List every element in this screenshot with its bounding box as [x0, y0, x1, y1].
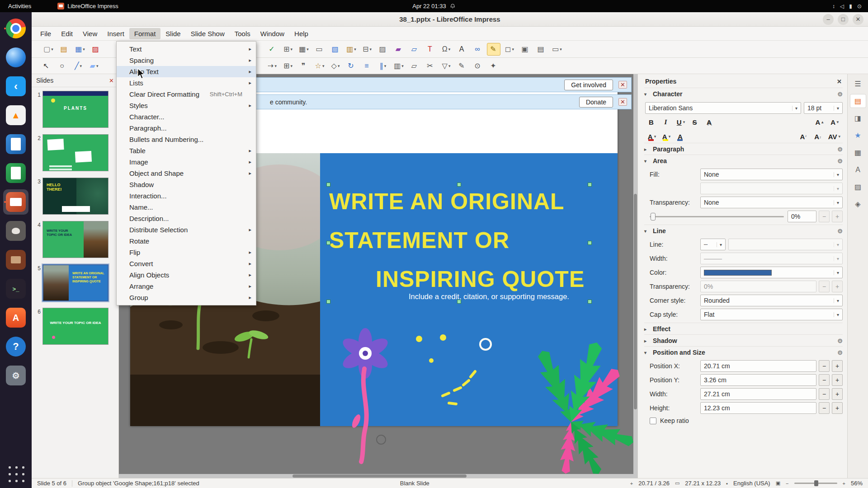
line-color-icon[interactable]: ╱▾ [71, 60, 85, 72]
section-paragraph[interactable]: ▸ Paragraph ⚙ [644, 143, 843, 155]
menu-window[interactable]: Window [255, 28, 289, 39]
selection-handle[interactable] [588, 183, 592, 187]
line-transparency-input[interactable]: 0% [700, 281, 816, 292]
decrease-button[interactable]: − [819, 281, 830, 292]
vertical-scrollbar-thumb[interactable] [634, 194, 637, 409]
menu-slide[interactable]: Slide [160, 28, 185, 39]
line-color-picker[interactable]: ▾ [700, 267, 843, 278]
underline-icon[interactable]: U▾ [674, 116, 688, 128]
snap-guides-icon[interactable]: ▭ [313, 43, 326, 56]
format-menu-item-rotate[interactable]: Rotate [117, 235, 256, 247]
basic-shapes-icon[interactable]: ◻▾ [503, 43, 516, 56]
vscode-icon[interactable]: ‹ [3, 74, 28, 99]
infobar-close-icon[interactable]: ✕ [618, 81, 627, 89]
keep-ratio-checkbox[interactable] [650, 418, 656, 424]
titlebar[interactable]: 38_1.pptx - LibreOffice Impress –□✕ [32, 12, 868, 27]
vertical-scrollbar[interactable] [633, 74, 637, 478]
increase-button[interactable]: + [832, 374, 843, 386]
format-menu-item-paragraph[interactable]: Paragraph... [117, 122, 256, 134]
transparency-slider[interactable] [650, 211, 784, 222]
volume-icon[interactable]: ◁ [840, 3, 844, 9]
format-menu-item-lists[interactable]: Lists ▸ [117, 77, 256, 89]
align-objects-icon[interactable]: ≡ [360, 60, 374, 72]
close-button[interactable]: ✕ [853, 14, 863, 25]
horizontal-scrollbar[interactable] [119, 474, 633, 478]
insert-media-icon[interactable]: ▰ [392, 43, 406, 56]
width-input[interactable]: 27.21 cm [700, 388, 816, 400]
format-menu-item-clear-direct-formatting[interactable]: Clear Direct Formatting Shift+Ctrl+M [117, 89, 256, 100]
menu-view[interactable]: View [78, 28, 102, 39]
shadow-toggle-icon[interactable]: ▱ [408, 60, 421, 72]
slide-thumbnail-item[interactable]: 6 WRITE YOUR TOPIC OR IDEA [33, 308, 117, 345]
font-color-icon[interactable]: A▾ [645, 130, 659, 143]
gallery-tab-icon[interactable]: ▨ [850, 180, 866, 194]
format-menu-item-spacing[interactable]: Spacing ▸ [117, 55, 256, 66]
select-icon[interactable]: ↖ [40, 60, 53, 72]
selection-handle[interactable] [588, 241, 592, 245]
selection-handle[interactable] [457, 183, 461, 187]
maximize-button[interactable]: □ [838, 14, 849, 25]
transparency-percent-input[interactable]: 0% [788, 211, 816, 222]
format-menu-item-image[interactable]: Image ▸ [117, 156, 256, 168]
slide-thumbnail-item[interactable]: 5 WRITE AN ORIGINAL STATEMENT OR INSPIRI… [33, 264, 117, 301]
section-effect[interactable]: ▸ Effect [644, 323, 843, 334]
section-character[interactable]: ▾ Character ⚙ [644, 88, 843, 99]
export-pdf-icon[interactable]: ▨ [89, 43, 103, 56]
section-position-and-size[interactable]: ▾ Position and Size ⚙ [644, 346, 843, 358]
fill-attribute-select[interactable]: ▾ [700, 183, 843, 194]
fit-slide-icon[interactable]: ▣ [776, 480, 780, 486]
get-involved-button[interactable]: Get involved [564, 80, 613, 90]
increase-button[interactable]: + [832, 360, 843, 372]
zoom-slider[interactable] [794, 483, 837, 484]
optimize-icon[interactable]: ▥▾ [392, 60, 406, 72]
slide-thumbnail-item[interactable]: 4 WRITE YOUR TOPIC OR IDEA [33, 221, 117, 258]
callout-shapes-icon[interactable]: ▭▾ [550, 43, 564, 56]
star-shapes-icon[interactable]: ☆▾ [313, 60, 326, 72]
text-shadow-icon[interactable]: A [703, 116, 717, 128]
position-y-input[interactable]: 3.26 cm [700, 374, 816, 386]
sidebar-menu-icon[interactable]: ☰ [850, 77, 866, 91]
edit-points-icon[interactable]: ✎ [455, 60, 469, 72]
donate-button[interactable]: Donate [579, 97, 613, 108]
format-menu-item-name[interactable]: Name... [117, 202, 256, 213]
selection-handle[interactable] [457, 300, 461, 304]
corner-style-select[interactable]: Rounded ▾ [700, 295, 843, 306]
battery-icon[interactable]: ▮ [849, 3, 852, 9]
insert-chart-icon[interactable]: ▥▾ [344, 43, 358, 56]
fill-color-icon[interactable]: ▰▾ [87, 60, 101, 72]
clock[interactable]: Apr 22 01:33 [412, 3, 455, 9]
libreoffice-impress-icon[interactable] [3, 189, 28, 215]
open-icon[interactable]: ▤ [57, 43, 71, 56]
libreoffice-writer-icon[interactable] [3, 131, 28, 157]
menu-help[interactable]: Help [289, 28, 313, 39]
format-menu-item-character[interactable]: Character... [117, 111, 256, 122]
chrome-icon[interactable] [3, 16, 28, 41]
files-icon[interactable] [3, 247, 28, 272]
app-grid-icon[interactable] [3, 461, 28, 486]
increase-font-size-icon[interactable]: A▲ [813, 116, 827, 128]
decrease-font-size-icon[interactable]: A▼ [828, 116, 843, 128]
help-icon[interactable]: ? [3, 334, 28, 359]
image-filter-icon[interactable]: ▽▾ [439, 60, 453, 72]
section-options-icon[interactable]: ⚙ [837, 228, 843, 235]
arrow-style-select[interactable]: ┄ ▾ [700, 239, 726, 250]
line-ends-icon[interactable]: ⇢▾ [265, 60, 279, 72]
rotation-pivot-icon[interactable] [376, 435, 386, 445]
insert-ole-object-icon[interactable]: ▱ [408, 43, 421, 56]
animation-icon[interactable]: ✦ [487, 60, 500, 72]
section-options-icon[interactable]: ⚙ [837, 338, 843, 344]
format-menu-item-convert[interactable]: Convert ▸ [117, 258, 256, 269]
display-views-icon[interactable]: ▦▾ [297, 43, 311, 56]
animation-tab-icon[interactable]: ★ [850, 128, 866, 142]
special-character-icon[interactable]: Ω▾ [439, 43, 453, 56]
duplicate-slide-icon[interactable]: ▤ [534, 43, 548, 56]
decrease-button[interactable]: − [819, 211, 830, 222]
zoom-icon[interactable]: ○ [56, 60, 69, 72]
section-area[interactable]: ▾ Area ⚙ [644, 155, 843, 166]
menu-insert[interactable]: Insert [102, 28, 129, 39]
callout-icon[interactable]: ❞ [297, 60, 311, 72]
increase-button[interactable]: + [832, 402, 843, 414]
position-x-input[interactable]: 20.71 cm [700, 360, 816, 372]
rotate-icon[interactable]: ↻ [344, 60, 358, 72]
slides-panel-close-icon[interactable]: ✕ [109, 77, 114, 84]
